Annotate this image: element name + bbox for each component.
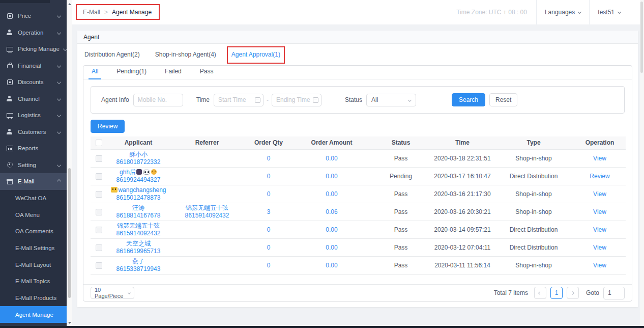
tab-shop-in-shop-agent-4[interactable]: Shop-in-shop Agent(4) bbox=[154, 50, 217, 59]
page-scrollbar[interactable] bbox=[640, 0, 644, 328]
scroll-down-arrow-icon[interactable] bbox=[68, 322, 71, 324]
applicant-name-link[interactable]: 锦瑟无端五十弦 bbox=[117, 222, 160, 229]
referrer-column-cell bbox=[170, 221, 244, 238]
sidebar-subitem-e-mall-settings[interactable]: E-Mall Settings bbox=[0, 240, 67, 257]
order-qty-link[interactable]: 0 bbox=[267, 244, 271, 251]
subtab-all[interactable]: All bbox=[89, 68, 101, 79]
sidebar-item-logistics[interactable]: Logistics bbox=[0, 107, 67, 124]
chevron-left-icon bbox=[538, 291, 542, 294]
sidebar-item-financial[interactable]: Financial bbox=[0, 58, 67, 74]
row-checkbox[interactable] bbox=[96, 227, 102, 233]
operation-review-link[interactable]: Review bbox=[590, 173, 609, 180]
order-qty-link[interactable]: 0 bbox=[267, 262, 271, 269]
subtab-pass[interactable]: Pass bbox=[197, 68, 217, 79]
applicant-phone-link[interactable]: 8615012478873 bbox=[116, 194, 161, 201]
subtab-failed[interactable]: Failed bbox=[162, 68, 185, 79]
prev-page-button[interactable] bbox=[534, 287, 546, 299]
order-amount-link[interactable]: 0.00 bbox=[326, 226, 337, 233]
sidebar-subitem-oa-comments[interactable]: OA Comments bbox=[0, 223, 67, 240]
sidebar-subitem-agent-manage[interactable]: Agent Manage bbox=[0, 306, 67, 323]
table-row: 锦瑟无端五十弦861591409243200.00Pass2020-03-14 … bbox=[91, 221, 626, 238]
sidebar-subitem-e-mall-layout[interactable]: E-Mall Layout bbox=[0, 256, 67, 273]
sidebar-subitem-e-mall-products[interactable]: E-Mall Products bbox=[0, 290, 67, 307]
sidebar-item-customers[interactable]: Customers bbox=[0, 124, 67, 141]
user-menu[interactable]: test51 bbox=[590, 0, 629, 24]
operation-view-link[interactable]: View bbox=[593, 190, 606, 198]
applicant-name-link[interactable]: 燕子 bbox=[132, 258, 144, 265]
sidebar-item-reports[interactable]: Reports bbox=[0, 140, 67, 157]
sidebar-item-channel[interactable]: Channel bbox=[0, 91, 67, 107]
status-cell: Pass bbox=[370, 238, 431, 256]
applicant-phone-link[interactable]: 8615914092432 bbox=[116, 230, 161, 237]
page-1-button[interactable]: 1 bbox=[550, 287, 563, 299]
sidebar-item-setting[interactable]: Setting bbox=[0, 157, 67, 174]
order-qty-link[interactable]: 3 bbox=[267, 208, 271, 215]
tab-agent-approval-1[interactable]: Agent Approval(1) bbox=[230, 50, 281, 59]
operation-view-link[interactable]: View bbox=[593, 208, 606, 215]
subtab-pending-1[interactable]: Pending(1) bbox=[113, 68, 150, 79]
next-page-button[interactable] bbox=[567, 287, 579, 299]
applicant-name-link[interactable]: ghh后 bbox=[120, 169, 136, 176]
sidebar-item-e-mall[interactable]: E-Mall bbox=[0, 173, 67, 190]
order-amount-link[interactable]: 0.00 bbox=[326, 155, 337, 162]
applicant-phone-link[interactable]: 8618018722332 bbox=[116, 158, 161, 166]
order-qty-link[interactable]: 0 bbox=[267, 190, 271, 198]
sidebar-item-price[interactable]: Price bbox=[0, 8, 67, 24]
page-size-select[interactable]: 10 Page/Piece bbox=[91, 287, 134, 299]
operation-view-link[interactable]: View bbox=[593, 155, 606, 162]
logistics-icon bbox=[6, 112, 14, 119]
sidebar-scrollbar-thumb[interactable] bbox=[68, 168, 71, 298]
order-amount-link[interactable]: 0.00 bbox=[326, 262, 337, 269]
time-cell: 2020-03-12 07:04:11 bbox=[431, 238, 493, 256]
tab-distribution-agent-2[interactable]: Distribution Agent(2) bbox=[83, 50, 141, 59]
breadcrumb-emall[interactable]: E-Mall bbox=[83, 9, 100, 16]
languages-menu[interactable]: Languages bbox=[537, 0, 589, 24]
sidebar-item-operation[interactable]: Operation bbox=[0, 24, 67, 41]
applicant-phone-link[interactable]: 8619924494327 bbox=[116, 176, 161, 183]
order-amount-link[interactable]: 0.06 bbox=[326, 208, 337, 215]
order-amount-cell: 0.00 bbox=[293, 167, 370, 185]
row-checkbox[interactable] bbox=[96, 244, 102, 251]
select-all-checkbox[interactable] bbox=[96, 140, 102, 146]
applicant-phone-link[interactable]: 8618814167678 bbox=[116, 212, 161, 219]
page-scrollbar-thumb[interactable] bbox=[640, 2, 643, 73]
status-select[interactable]: All bbox=[366, 94, 416, 106]
sidebar-scrollbar[interactable] bbox=[67, 0, 72, 328]
sidebar-item-discounts[interactable]: Discounts bbox=[0, 74, 67, 91]
operation-view-link[interactable]: View bbox=[593, 262, 606, 269]
operation-view-link[interactable]: View bbox=[593, 226, 606, 233]
review-button[interactable]: Review bbox=[91, 120, 125, 133]
order-qty-link[interactable]: 0 bbox=[267, 155, 271, 162]
sidebar-item-picking-manage[interactable]: Picking Manage bbox=[0, 41, 67, 58]
search-button[interactable]: Search bbox=[452, 93, 485, 106]
sidebar-subitem-label: E-Mall Settings bbox=[15, 245, 54, 251]
scroll-up-arrow-icon[interactable] bbox=[68, 3, 71, 5]
applicant-phone-link[interactable]: 8616619965713 bbox=[116, 248, 161, 255]
reset-button[interactable]: Reset bbox=[489, 93, 517, 106]
applicant-name-link[interactable]: 汪涛 bbox=[132, 204, 144, 211]
operation-view-link[interactable]: View bbox=[593, 244, 606, 251]
applicant-name-link[interactable]: 酥小小 bbox=[129, 151, 148, 158]
row-checkbox[interactable] bbox=[96, 155, 102, 162]
referrer-phone-link[interactable]: 8615914092432 bbox=[185, 212, 229, 219]
order-qty-link[interactable]: 0 bbox=[267, 173, 271, 180]
row-checkbox[interactable] bbox=[96, 173, 102, 180]
referrer-name-link[interactable]: 锦瑟无端五十弦 bbox=[186, 204, 228, 211]
table-footer: 10 Page/Piece Total 7 items 1 Goto bbox=[83, 284, 632, 301]
row-checkbox[interactable] bbox=[96, 191, 102, 198]
order-amount-link[interactable]: 0.00 bbox=[326, 244, 337, 251]
applicant-name-link[interactable]: 天空之城 bbox=[126, 240, 151, 247]
row-checkbox[interactable] bbox=[96, 209, 102, 215]
agent-approval-panel: AllPending(1)FailedPass Agent Info Time … bbox=[83, 65, 632, 302]
agent-info-input[interactable] bbox=[133, 94, 183, 106]
sidebar-subitem-wechat-oa[interactable]: WeChat OA bbox=[0, 190, 67, 207]
order-amount-link[interactable]: 0.00 bbox=[326, 173, 337, 180]
sidebar-subitem-e-mall-topics[interactable]: E-Mall Topics bbox=[0, 273, 67, 290]
applicant-name-link[interactable]: wangchangsheng bbox=[118, 186, 166, 194]
sidebar-subitem-oa-menu[interactable]: OA Menu bbox=[0, 206, 67, 223]
order-qty-link[interactable]: 0 bbox=[267, 226, 271, 233]
applicant-phone-link[interactable]: 8615338719943 bbox=[116, 265, 161, 272]
goto-page-input[interactable] bbox=[603, 287, 625, 299]
order-amount-link[interactable]: 0.00 bbox=[326, 190, 337, 198]
row-checkbox[interactable] bbox=[96, 262, 102, 269]
